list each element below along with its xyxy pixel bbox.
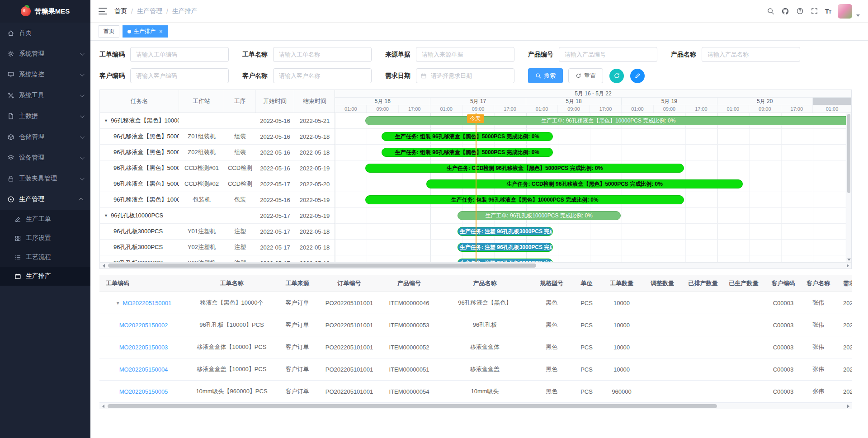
scroll-right-arrow[interactable] <box>846 404 850 409</box>
gantt-bar[interactable]: 生产任务: 包装 96孔移液盒【黑色】10000PCS 完成比例: 0% <box>365 195 684 204</box>
text-input[interactable] <box>273 47 372 62</box>
text-input[interactable] <box>559 47 657 62</box>
sidebar-item-master-data[interactable]: 主数据 <box>0 106 90 127</box>
app-title: 苦糖果MES <box>35 7 70 16</box>
grid-icon <box>14 235 21 242</box>
gantt-horizontal-scrollbar[interactable] <box>100 262 851 268</box>
work-order-link[interactable]: MO202205150005 <box>119 388 168 395</box>
table-cell-qty: 10000 <box>601 322 642 329</box>
date-input[interactable] <box>416 68 514 83</box>
gear-icon <box>7 50 14 57</box>
start-time-cell: 2022-05-16 <box>256 145 294 160</box>
table-cell-item: ITEM00000051 <box>380 366 439 373</box>
sidebar-item-home[interactable]: 首页 <box>0 23 90 43</box>
scroll-left-arrow[interactable] <box>101 404 105 409</box>
close-icon[interactable]: × <box>159 28 163 34</box>
sidebar-subitem-process-flow[interactable]: 工艺流程 <box>0 248 90 267</box>
table-cell-demand: 202 <box>834 344 852 351</box>
work-order-link[interactable]: MO202205150001 <box>123 300 172 306</box>
github-icon[interactable] <box>781 7 789 15</box>
font-size-icon[interactable]: TT <box>825 7 831 15</box>
hamburger-icon[interactable] <box>99 8 107 14</box>
start-time-cell: 2022-05-17 <box>256 240 294 255</box>
reset-button[interactable]: 重置 <box>568 68 603 83</box>
gantt-bar[interactable]: 生产任务: 组装 96孔移液盒【黑色】5000PCS 完成比例: 0% <box>382 148 553 157</box>
sidebar-item-fixtures[interactable]: 工装夹具管理 <box>0 168 90 189</box>
gantt-bar[interactable]: 生产任务: CCD检测 96孔移液盒【黑色】5000PCS 完成比例: 0% <box>365 164 684 173</box>
sidebar-subitem-work-order[interactable]: 生产工单 <box>0 210 90 229</box>
task-name-cell: 96孔孔板3000PCS <box>100 240 179 255</box>
gantt-bar[interactable]: 生产工单: 96孔移液盒【黑色】10000PCS 完成比例: 0% <box>365 116 851 125</box>
app-logo-icon <box>21 6 31 16</box>
sidebar-item-system-mgmt[interactable]: 系统管理 <box>0 43 90 64</box>
gantt-column-header: 结束时间 <box>294 90 335 113</box>
breadcrumb-item[interactable]: 首页 <box>114 7 127 15</box>
scroll-down-arrow[interactable] <box>847 259 851 261</box>
end-time-cell: 2022-05-18 <box>294 145 335 160</box>
breadcrumb-item[interactable]: 生产管理 <box>137 7 162 15</box>
avatar[interactable] <box>838 4 852 19</box>
text-input[interactable] <box>130 68 229 83</box>
collapse-caret-icon[interactable]: ▼ <box>104 118 108 123</box>
gantt-bar[interactable]: 生产任务: 组装 96孔移液盒【黑色】5000PCS 完成比例: 0% <box>382 132 553 141</box>
today-marker-line <box>476 113 476 262</box>
sidebar-subitem-process-settings[interactable]: 工序设置 <box>0 229 90 248</box>
gantt-bar[interactable]: 生产任务: CCD检测 96孔移液盒【黑色】5000PCS 完成比例: 0% <box>426 179 743 188</box>
gantt-timeline-row: 生产任务: 注塑 96孔孔板3000PCS 完成比例: 0% <box>335 255 851 262</box>
table-cell-unit: PCS <box>572 300 601 306</box>
sidebar-item-monitoring[interactable]: 系统监控 <box>0 64 90 85</box>
text-input[interactable] <box>416 47 514 62</box>
collapse-caret-icon[interactable]: ▼ <box>104 213 108 218</box>
sidebar-item-production[interactable]: 生产管理 <box>0 189 90 210</box>
tag-home[interactable]: 首页 <box>99 25 119 38</box>
work-order-link[interactable]: MO202205150002 <box>119 322 168 329</box>
search-icon[interactable] <box>767 7 774 15</box>
edit-columns-button[interactable] <box>630 69 645 83</box>
gantt-task-row: 96孔移液盒【黑色】5000PCSZ01组装机组装2022-05-162022-… <box>100 129 335 145</box>
filter-field-1-2: 来源单据 <box>385 47 514 62</box>
gantt-day-label: 5月 17 <box>430 98 526 105</box>
sidebar-item-warehouse[interactable]: 仓储管理 <box>0 127 90 147</box>
table-horizontal-scrollbar[interactable] <box>99 403 852 409</box>
sidebar-item-label: 仓储管理 <box>19 133 75 141</box>
search-button[interactable]: 搜索 <box>528 68 563 83</box>
work-order-link[interactable]: MO202205150003 <box>119 344 168 351</box>
scrollbar-thumb[interactable] <box>847 114 850 193</box>
sidebar-subitem-scheduling[interactable]: 生产排产 <box>0 267 90 286</box>
gantt-day-label: 5月 19 <box>622 98 717 105</box>
scroll-left-arrow[interactable] <box>101 264 106 268</box>
help-icon[interactable] <box>796 7 804 15</box>
scrollbar-thumb[interactable] <box>108 404 717 408</box>
refresh-button[interactable] <box>609 69 624 83</box>
work-order-code-cell: MO202205150005 <box>99 388 188 395</box>
sidebar-item-tools[interactable]: 系统工具 <box>0 85 90 106</box>
caret-down-icon[interactable] <box>856 14 860 17</box>
process-cell <box>224 113 256 128</box>
sidebar-item-equipment[interactable]: 设备管理 <box>0 147 90 168</box>
text-input[interactable] <box>702 47 800 62</box>
gantt-header: 任务名工作站工序开始时间结束时间 5月 16 - 5月 22 5月 165月 1… <box>100 90 851 113</box>
gantt-task-row: 96孔移液盒【黑色】5000PCSCCD检测#02CCD检测2022-05-17… <box>100 176 335 192</box>
fullscreen-icon[interactable] <box>811 7 818 15</box>
table-row: MO20220515000510mm吸头【960000】PCS客户订单PO202… <box>99 381 852 403</box>
scroll-right-arrow[interactable] <box>845 264 850 268</box>
gantt-bar[interactable]: 生产任务: 注塑 96孔孔板3000PCS 完成比例: 0% <box>458 227 553 236</box>
gantt-vertical-scrollbar[interactable] <box>846 113 851 262</box>
text-input[interactable] <box>130 47 229 62</box>
table-cell-cust_name: 张伟 <box>802 299 834 307</box>
gantt-bar[interactable]: 生产工单: 96孔孔板10000PCS 完成比例: 0% <box>458 211 621 220</box>
text-input[interactable] <box>273 68 372 83</box>
table-cell-cust_name: 张伟 <box>802 365 834 373</box>
scrollbar-thumb[interactable] <box>108 264 536 268</box>
table-cell-name: 移液盒【黑色】10000个 <box>188 299 276 307</box>
work-order-link[interactable]: MO202205150004 <box>119 366 168 373</box>
tag-scheduling[interactable]: 生产排产 × <box>123 25 168 38</box>
start-time-cell: 2022-05-16 <box>256 113 294 128</box>
app-logo[interactable]: 苦糖果MES <box>0 0 90 23</box>
breadcrumb-item[interactable]: 生产排产 <box>172 7 198 15</box>
expand-caret-icon[interactable]: ▼ <box>116 301 120 306</box>
gantt-bar[interactable]: 生产任务: 注塑 96孔孔板3000PCS 完成比例: 0% <box>458 243 553 252</box>
table-cell-cust_code: C00003 <box>764 344 802 351</box>
table-cell-unit: PCS <box>572 388 601 395</box>
gantt-bar[interactable]: 生产任务: 注塑 96孔孔板3000PCS 完成比例: 0% <box>458 259 553 262</box>
